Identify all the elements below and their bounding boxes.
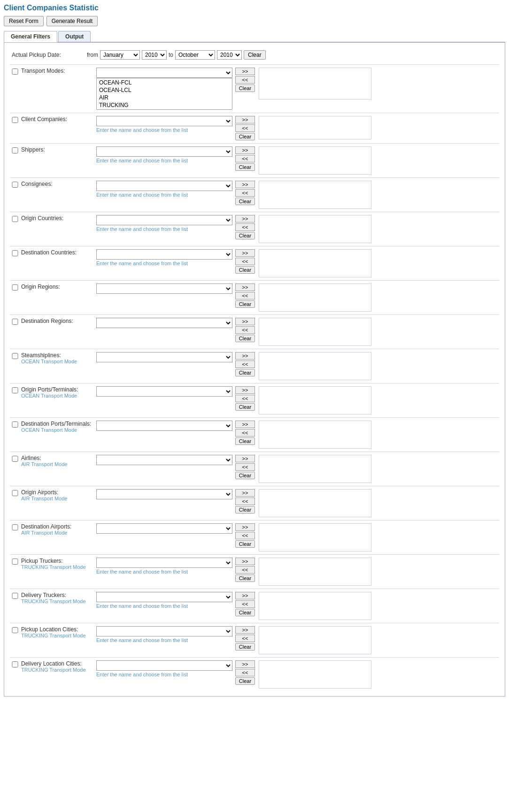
airlines-dropdown[interactable] bbox=[96, 455, 232, 465]
steamshiplines-dropdown[interactable] bbox=[96, 352, 232, 362]
steamshiplines-add-button[interactable]: >> bbox=[235, 352, 255, 360]
pickup-truckers-add-button[interactable]: >> bbox=[235, 558, 255, 565]
pickup-location-cities-dropdown[interactable] bbox=[96, 626, 232, 636]
origin-airports-add-button[interactable]: >> bbox=[235, 489, 255, 497]
origin-ports-add-button[interactable]: >> bbox=[235, 386, 255, 394]
destination-airports-add-button[interactable]: >> bbox=[235, 523, 255, 531]
delivery-location-cities-clear-button[interactable]: Clear bbox=[235, 677, 255, 685]
destination-airports-checkbox[interactable] bbox=[12, 524, 18, 530]
reset-form-button[interactable]: Reset Form bbox=[4, 16, 44, 26]
destination-regions-add-button[interactable]: >> bbox=[235, 318, 255, 325]
delivery-location-cities-checkbox[interactable] bbox=[12, 661, 18, 667]
transport-modes-remove-button[interactable]: << bbox=[235, 76, 255, 84]
destination-countries-clear-button[interactable]: Clear bbox=[235, 266, 255, 274]
airlines-clear-button[interactable]: Clear bbox=[235, 472, 255, 479]
destination-ports-clear-button[interactable]: Clear bbox=[235, 437, 255, 445]
shippers-add-button[interactable]: >> bbox=[235, 146, 255, 154]
destination-regions-clear-button[interactable]: Clear bbox=[235, 335, 255, 342]
destination-airports-clear-button[interactable]: Clear bbox=[235, 540, 255, 548]
origin-countries-clear-button[interactable]: Clear bbox=[235, 232, 255, 239]
to-year-select[interactable]: 20082009201020112012 bbox=[217, 50, 242, 60]
consignees-add-button[interactable]: >> bbox=[235, 181, 255, 188]
destination-regions-remove-button[interactable]: << bbox=[235, 326, 255, 334]
transport-modes-add-button[interactable]: >> bbox=[235, 68, 255, 75]
origin-ports-dropdown[interactable] bbox=[96, 386, 232, 397]
pickup-truckers-dropdown[interactable] bbox=[96, 558, 232, 568]
origin-ports-checkbox[interactable] bbox=[12, 387, 18, 393]
airlines-add-button[interactable]: >> bbox=[235, 455, 255, 462]
transport-modes-listbox[interactable]: OCEAN-FCL OCEAN-LCL AIR TRUCKING bbox=[96, 78, 232, 110]
destination-regions-dropdown[interactable] bbox=[96, 318, 232, 328]
origin-airports-dropdown[interactable] bbox=[96, 489, 232, 499]
delivery-location-cities-add-button[interactable]: >> bbox=[235, 660, 255, 668]
pickup-location-cities-checkbox[interactable] bbox=[12, 627, 18, 633]
origin-countries-checkbox[interactable] bbox=[12, 216, 18, 222]
delivery-truckers-clear-button[interactable]: Clear bbox=[235, 609, 255, 616]
origin-airports-remove-button[interactable]: << bbox=[235, 498, 255, 505]
delivery-truckers-add-button[interactable]: >> bbox=[235, 592, 255, 599]
delivery-location-cities-remove-button[interactable]: << bbox=[235, 669, 255, 676]
origin-airports-checkbox[interactable] bbox=[12, 490, 18, 496]
to-month-select[interactable]: JanuaryFebruaryMarchApril MayJuneJulyAug… bbox=[175, 50, 215, 60]
destination-ports-dropdown[interactable] bbox=[96, 421, 232, 431]
destination-countries-add-button[interactable]: >> bbox=[235, 249, 255, 257]
destination-countries-remove-button[interactable]: << bbox=[235, 258, 255, 265]
transport-modes-dropdown[interactable] bbox=[96, 68, 232, 78]
pickup-truckers-remove-button[interactable]: << bbox=[235, 566, 255, 574]
origin-countries-add-button[interactable]: >> bbox=[235, 215, 255, 222]
consignees-clear-button[interactable]: Clear bbox=[235, 198, 255, 205]
date-clear-button[interactable]: Clear bbox=[244, 50, 266, 60]
tab-output[interactable]: Output bbox=[58, 31, 91, 42]
destination-ports-checkbox[interactable] bbox=[12, 421, 18, 428]
shippers-checkbox[interactable] bbox=[12, 147, 18, 153]
transport-modes-clear-button[interactable]: Clear bbox=[235, 84, 255, 92]
shippers-clear-button[interactable]: Clear bbox=[235, 163, 255, 171]
delivery-truckers-remove-button[interactable]: << bbox=[235, 600, 255, 608]
origin-regions-remove-button[interactable]: << bbox=[235, 292, 255, 299]
destination-airports-dropdown[interactable] bbox=[96, 523, 232, 534]
shippers-remove-button[interactable]: << bbox=[235, 155, 255, 162]
delivery-truckers-checkbox[interactable] bbox=[12, 593, 18, 599]
delivery-location-cities-dropdown[interactable] bbox=[96, 660, 232, 671]
origin-countries-remove-button[interactable]: << bbox=[235, 223, 255, 231]
shippers-dropdown[interactable] bbox=[96, 146, 232, 157]
destination-ports-remove-button[interactable]: << bbox=[235, 429, 255, 437]
origin-countries-dropdown[interactable] bbox=[96, 215, 232, 225]
consignees-checkbox[interactable] bbox=[12, 182, 18, 188]
consignees-remove-button[interactable]: << bbox=[235, 189, 255, 197]
destination-countries-checkbox[interactable] bbox=[12, 250, 18, 256]
destination-countries-dropdown[interactable] bbox=[96, 249, 232, 260]
steamshiplines-clear-button[interactable]: Clear bbox=[235, 369, 255, 376]
from-year-select[interactable]: 20082009201020112012 bbox=[142, 50, 167, 60]
pickup-truckers-clear-button[interactable]: Clear bbox=[235, 575, 255, 582]
origin-regions-checkbox[interactable] bbox=[12, 284, 18, 291]
airlines-remove-button[interactable]: << bbox=[235, 463, 255, 471]
client-companies-add-button[interactable]: >> bbox=[235, 116, 255, 123]
pickup-location-cities-add-button[interactable]: >> bbox=[235, 626, 255, 634]
transport-modes-checkbox[interactable] bbox=[12, 69, 18, 75]
destination-regions-checkbox[interactable] bbox=[12, 319, 18, 325]
origin-ports-clear-button[interactable]: Clear bbox=[235, 403, 255, 411]
client-companies-clear-button[interactable]: Clear bbox=[235, 133, 255, 140]
consignees-dropdown[interactable] bbox=[96, 181, 232, 191]
client-companies-remove-button[interactable]: << bbox=[235, 124, 255, 132]
delivery-truckers-dropdown[interactable] bbox=[96, 592, 232, 602]
origin-regions-dropdown[interactable] bbox=[96, 283, 232, 294]
steamshiplines-checkbox[interactable] bbox=[12, 353, 18, 359]
client-companies-dropdown[interactable] bbox=[96, 116, 232, 126]
destination-ports-add-button[interactable]: >> bbox=[235, 421, 255, 428]
origin-ports-remove-button[interactable]: << bbox=[235, 395, 255, 402]
pickup-location-cities-remove-button[interactable]: << bbox=[235, 635, 255, 642]
origin-regions-add-button[interactable]: >> bbox=[235, 283, 255, 291]
from-month-select[interactable]: JanuaryFebruaryMarchApril MayJuneJulyAug… bbox=[100, 50, 140, 60]
steamshiplines-remove-button[interactable]: << bbox=[235, 360, 255, 368]
tab-general-filters[interactable]: General Filters bbox=[4, 31, 57, 42]
airlines-checkbox[interactable] bbox=[12, 456, 18, 462]
pickup-location-cities-clear-button[interactable]: Clear bbox=[235, 643, 255, 651]
pickup-truckers-checkbox[interactable] bbox=[12, 559, 18, 565]
generate-result-button[interactable]: Generate Result bbox=[46, 16, 98, 26]
destination-airports-remove-button[interactable]: << bbox=[235, 532, 255, 539]
origin-airports-clear-button[interactable]: Clear bbox=[235, 506, 255, 513]
client-companies-checkbox[interactable] bbox=[12, 117, 18, 123]
origin-regions-clear-button[interactable]: Clear bbox=[235, 300, 255, 308]
